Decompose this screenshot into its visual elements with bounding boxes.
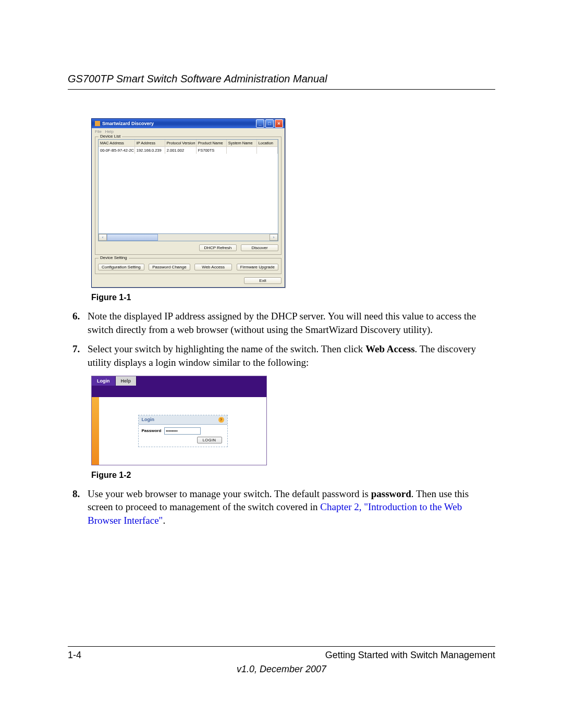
- page-number: 1-4: [68, 650, 81, 661]
- scroll-left-icon[interactable]: ‹: [99, 234, 107, 241]
- configuration-setting-button[interactable]: Configuration Setting: [98, 264, 144, 270]
- cell-mac: 00-0F-B5-97-42-2C: [99, 147, 135, 154]
- figure-1-2: Login Help Login ? Password: [91, 376, 495, 465]
- list-header: MAC Address IP Address Protocol Version …: [99, 140, 278, 147]
- step-6-text: Note the displayed IP address assigned b…: [88, 311, 476, 335]
- web-access-button[interactable]: Web Access: [194, 264, 232, 270]
- step-7-pre: Select your switch by highlighting the n…: [88, 343, 365, 354]
- device-list-legend: Device List: [99, 134, 122, 139]
- login-panel: Login ? Password LOGIN: [138, 415, 228, 447]
- login-window: Login Help Login ? Password: [91, 376, 267, 465]
- close-icon[interactable]: ×: [275, 119, 283, 128]
- window-titlebar: Smartwizard Discovery _ □ ×: [92, 119, 285, 128]
- col-ip[interactable]: IP Address: [135, 140, 165, 146]
- password-input[interactable]: [164, 427, 201, 435]
- col-protocol[interactable]: Protocol Version: [165, 140, 197, 146]
- col-system[interactable]: System Name: [227, 140, 257, 146]
- step-8-pre: Use your web browser to manage your swit…: [88, 488, 371, 499]
- login-tabs: Login Help: [92, 376, 266, 386]
- device-setting-fieldset: Device Setting Configuration Setting Pas…: [95, 258, 282, 274]
- step-6: Note the displayed IP address assigned b…: [82, 310, 495, 336]
- device-setting-legend: Device Setting: [99, 255, 129, 260]
- section-title: Getting Started with Switch Management: [325, 650, 495, 661]
- firmware-upgrade-button[interactable]: Firmware Upgrade: [237, 264, 278, 270]
- menu-file[interactable]: File: [95, 129, 102, 134]
- instruction-list-2: Use your web browser to manage your swit…: [68, 487, 495, 527]
- page-footer: 1-4 Getting Started with Switch Manageme…: [68, 646, 495, 675]
- figure-1-1-caption: Figure 1-1: [91, 293, 495, 302]
- table-row[interactable]: 00-0F-B5-97-42-2C 192.168.0.239 2.001.00…: [99, 147, 278, 154]
- col-location[interactable]: Location: [257, 140, 278, 146]
- help-icon[interactable]: ?: [218, 417, 224, 423]
- cell-protocol: 2.001.002: [165, 147, 197, 154]
- discovery-window: Smartwizard Discovery _ □ × File Help De…: [91, 118, 285, 288]
- device-list-fieldset: Device List MAC Address IP Address Proto…: [95, 137, 282, 255]
- col-product[interactable]: Product Name: [197, 140, 227, 146]
- window-title: Smartwizard Discovery: [102, 121, 154, 126]
- horizontal-scrollbar[interactable]: ‹ ›: [98, 234, 278, 241]
- scroll-thumb[interactable]: [107, 234, 158, 241]
- dhcp-refresh-button[interactable]: DHCP Refresh: [199, 244, 237, 251]
- step-8-bold: password: [371, 488, 411, 499]
- menu-help[interactable]: Help: [105, 129, 114, 134]
- login-button[interactable]: LOGIN: [197, 437, 222, 443]
- maximize-icon[interactable]: □: [265, 119, 274, 128]
- scroll-right-icon[interactable]: ›: [270, 234, 278, 241]
- password-change-button[interactable]: Password Change: [149, 264, 190, 270]
- figure-1-1: Smartwizard Discovery _ □ × File Help De…: [91, 118, 495, 288]
- tab-help[interactable]: Help: [116, 376, 137, 386]
- exit-button[interactable]: Exit: [244, 277, 282, 284]
- figure-1-2-caption: Figure 1-2: [91, 471, 495, 480]
- cell-system: [227, 147, 257, 154]
- login-panel-title: Login: [142, 417, 155, 422]
- col-mac[interactable]: MAC Address: [99, 140, 135, 146]
- discover-button[interactable]: Discover: [241, 244, 278, 251]
- minimize-icon[interactable]: _: [256, 119, 264, 128]
- tab-login[interactable]: Login: [92, 376, 116, 386]
- version-line: v1.0, December 2007: [68, 664, 495, 675]
- page-header: GS700TP Smart Switch Software Administra…: [68, 73, 495, 90]
- login-sidebar: [92, 397, 99, 465]
- login-strip: [92, 386, 266, 397]
- cell-ip: 192.168.0.239: [135, 147, 165, 154]
- step-8: Use your web browser to manage your swit…: [82, 487, 495, 527]
- cell-location: [257, 147, 278, 154]
- app-icon: [95, 121, 100, 126]
- instruction-list: Note the displayed IP address assigned b…: [68, 310, 495, 369]
- step-8-end: .: [163, 515, 165, 526]
- device-list[interactable]: MAC Address IP Address Protocol Version …: [98, 139, 278, 234]
- step-7: Select your switch by highlighting the n…: [82, 342, 495, 369]
- password-label: Password: [142, 428, 162, 433]
- cell-product: FS700TS: [197, 147, 227, 154]
- step-7-bold: Web Access: [365, 343, 414, 354]
